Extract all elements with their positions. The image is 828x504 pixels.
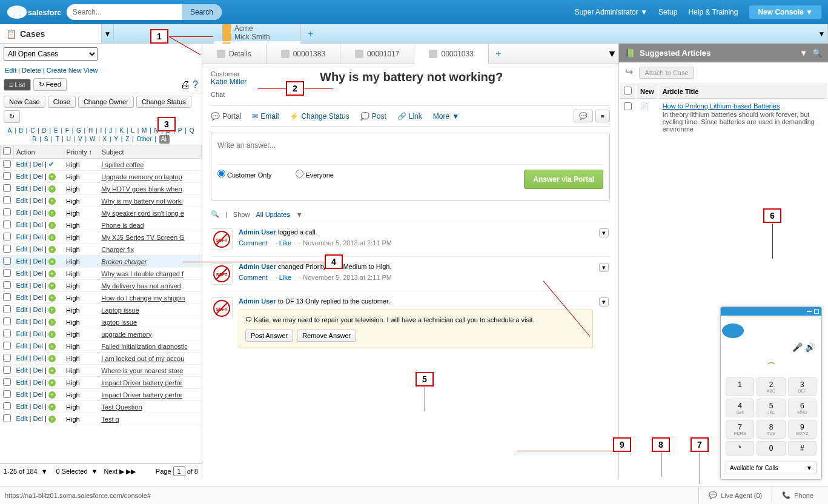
row-checkbox[interactable] bbox=[3, 330, 11, 337]
subject-link[interactable]: My XJ5 Series TV Screen G bbox=[101, 234, 184, 241]
article-link[interactable]: How to Prolong Lithium-based Batteries bbox=[663, 102, 780, 110]
subject-link[interactable]: Failed initialization diagnostic bbox=[101, 343, 187, 350]
col-action[interactable]: Action bbox=[14, 145, 64, 159]
softphone-header[interactable] bbox=[721, 307, 821, 316]
plus-icon[interactable]: + bbox=[48, 258, 56, 265]
filter-icon[interactable]: ▼ bbox=[800, 48, 807, 58]
row-checkbox[interactable] bbox=[3, 390, 11, 398]
view-full[interactable]: ≡ bbox=[595, 110, 610, 122]
row-checkbox[interactable] bbox=[3, 317, 11, 325]
row-checkbox[interactable] bbox=[3, 354, 11, 362]
change-status-button[interactable]: Change Status bbox=[136, 96, 191, 108]
row-checkbox[interactable] bbox=[3, 281, 11, 289]
create-view-link[interactable]: Create New View bbox=[47, 67, 98, 74]
plus-icon[interactable]: + bbox=[48, 416, 56, 423]
table-row[interactable]: Edit | Del | +HighWhere is your nearest … bbox=[1, 365, 202, 377]
del-link[interactable]: Del bbox=[33, 342, 43, 350]
keypad-key[interactable]: 3DEF bbox=[788, 377, 816, 396]
user-menu[interactable]: Super Administrator ▼ bbox=[574, 8, 647, 16]
row-checkbox[interactable] bbox=[3, 220, 11, 228]
row-checkbox[interactable] bbox=[3, 378, 11, 386]
row-checkbox[interactable] bbox=[3, 196, 11, 204]
search-input[interactable] bbox=[67, 8, 182, 16]
plus-icon[interactable]: + bbox=[48, 222, 56, 229]
feed-author[interactable]: Admin User bbox=[239, 297, 276, 305]
del-link[interactable]: Del bbox=[33, 366, 43, 374]
subject-link[interactable]: laptop issue bbox=[101, 319, 137, 326]
action-more[interactable]: More ▼ bbox=[433, 112, 459, 121]
new-case-button[interactable]: New Case bbox=[4, 96, 45, 108]
edit-link[interactable]: Edit bbox=[16, 354, 28, 362]
like-link[interactable]: Like bbox=[279, 239, 291, 247]
row-checkbox[interactable] bbox=[3, 305, 11, 313]
edit-link[interactable]: Edit bbox=[16, 161, 28, 168]
edit-link[interactable]: Edit bbox=[16, 209, 28, 216]
del-link[interactable]: Del bbox=[33, 257, 43, 265]
subject-link[interactable]: Where is your nearest store bbox=[101, 367, 183, 374]
edit-view-link[interactable]: Edit bbox=[5, 67, 16, 74]
subject-link[interactable]: I am locked out of my accou bbox=[101, 355, 184, 362]
del-link[interactable]: Del bbox=[33, 318, 43, 325]
col-subject[interactable]: Subject bbox=[99, 145, 201, 159]
keypad-key[interactable]: 5JKL bbox=[757, 399, 785, 417]
feed-toggle[interactable]: ↻ Feed bbox=[33, 78, 67, 91]
action-portal[interactable]: 💬 Portal bbox=[211, 112, 241, 121]
table-row[interactable]: Edit | Del | +Highupgrade memory bbox=[1, 328, 202, 340]
sub-tab[interactable]: 00001383 bbox=[267, 44, 340, 64]
table-row[interactable]: Edit | Del | +HighPhone is dead bbox=[1, 219, 202, 231]
keypad-key[interactable]: 2ABC bbox=[757, 377, 785, 396]
action-link[interactable]: 🔗 Link bbox=[397, 112, 422, 121]
table-row[interactable]: Edit | Del | +HighHow do I change my shi… bbox=[1, 292, 202, 304]
table-row[interactable]: Edit | Del | +HighImpact Driver battery … bbox=[1, 377, 202, 389]
plus-icon[interactable]: + bbox=[48, 185, 56, 193]
help-icon[interactable]: ? bbox=[193, 79, 198, 90]
subject-link[interactable]: How do I change my shippin bbox=[101, 294, 185, 302]
row-checkbox[interactable] bbox=[3, 366, 11, 374]
edit-link[interactable]: Edit bbox=[16, 221, 28, 228]
setup-link[interactable]: Setup bbox=[658, 8, 677, 16]
add-primary-tab[interactable]: + bbox=[301, 24, 320, 43]
add-subtab[interactable]: + bbox=[489, 44, 508, 64]
del-link[interactable]: Del bbox=[33, 270, 43, 277]
refresh-button[interactable]: ↻ bbox=[4, 110, 20, 123]
action-email[interactable]: ✉ Email bbox=[252, 112, 279, 121]
edit-link[interactable]: Edit bbox=[16, 294, 28, 301]
sub-tab[interactable]: 00001033 bbox=[414, 44, 488, 64]
row-checkbox[interactable] bbox=[3, 293, 11, 301]
subject-link[interactable]: Broken charger bbox=[101, 258, 147, 265]
subject-link[interactable]: Upgrade memory on laptop bbox=[101, 173, 182, 181]
subject-link[interactable]: Phone is dead bbox=[101, 222, 144, 229]
comment-link[interactable]: Comment bbox=[239, 274, 268, 281]
del-link[interactable]: Del bbox=[33, 185, 43, 192]
plus-icon[interactable]: + bbox=[48, 270, 56, 277]
row-checkbox[interactable] bbox=[3, 208, 11, 216]
row-checkbox[interactable] bbox=[3, 172, 11, 180]
table-row[interactable]: Edit | Del | +HighWhy was I double charg… bbox=[1, 268, 202, 280]
subject-link[interactable]: Impact Driver battery perfor bbox=[101, 379, 182, 386]
print-icon[interactable]: 🖨 bbox=[181, 79, 190, 90]
subject-link[interactable]: upgrade memory bbox=[101, 331, 151, 338]
remove-answer-button[interactable]: Remove Answer bbox=[297, 330, 356, 342]
del-link[interactable]: Del bbox=[33, 221, 43, 228]
plus-icon[interactable]: + bbox=[48, 210, 56, 217]
del-link[interactable]: Del bbox=[33, 209, 43, 216]
row-checkbox[interactable] bbox=[3, 245, 11, 253]
view-compact[interactable]: 💬 bbox=[574, 110, 593, 122]
keypad-key[interactable]: 0 bbox=[757, 441, 785, 456]
del-link[interactable]: Del bbox=[33, 245, 43, 253]
table-row[interactable]: Edit | Del | +HighMy HDTV goes blank whe… bbox=[1, 183, 202, 195]
subject-link[interactable]: Impact Driver battery perfor bbox=[101, 391, 182, 399]
plus-icon[interactable]: + bbox=[48, 173, 56, 181]
table-row[interactable]: Edit | Del | +HighMy delivery has not ar… bbox=[1, 280, 202, 292]
del-link[interactable]: Del bbox=[33, 330, 43, 337]
edit-link[interactable]: Edit bbox=[16, 379, 28, 386]
row-checkbox[interactable] bbox=[3, 402, 11, 410]
edit-link[interactable]: Edit bbox=[16, 342, 28, 350]
select-all-articles[interactable] bbox=[624, 87, 632, 94]
del-link[interactable]: Del bbox=[33, 306, 43, 313]
keypad-key[interactable]: 9WXYZ bbox=[788, 420, 816, 439]
plus-icon[interactable]: + bbox=[48, 197, 56, 205]
del-link[interactable]: Del bbox=[33, 403, 43, 410]
new-console-button[interactable]: New Console ▼ bbox=[749, 5, 822, 19]
table-row[interactable]: Edit | Del | +HighTest Question bbox=[1, 401, 202, 413]
